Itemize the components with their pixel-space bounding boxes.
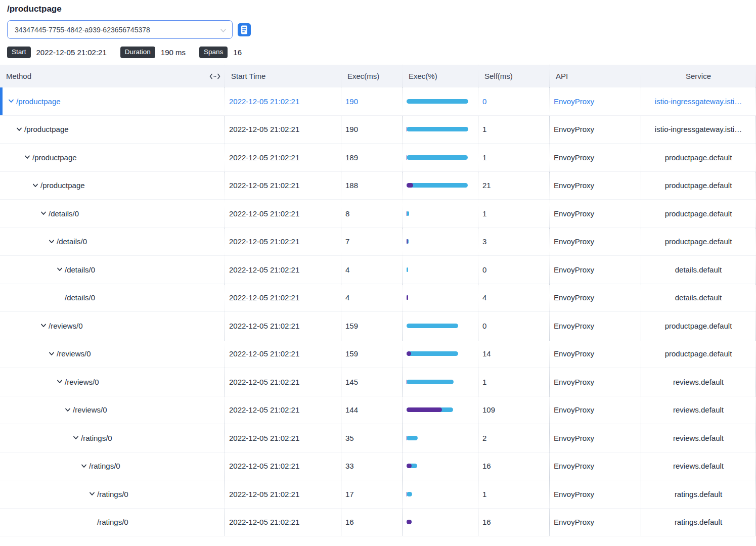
exec-ms-cell: 35 (341, 424, 403, 452)
exec-bar-total (407, 351, 458, 356)
method-label: /ratings/0 (97, 490, 128, 498)
table-row[interactable]: /ratings/0 2022-12-05 21:02:21 35 2 Envo… (0, 424, 756, 452)
self-ms-cell: 0 (478, 312, 550, 340)
service-cell: ratings.default (641, 480, 756, 508)
exec-bar (407, 324, 468, 328)
api-cell: EnvoyProxy (550, 228, 641, 256)
exec-pct-cell (403, 144, 478, 171)
method-cell: /reviews/0 (0, 312, 225, 340)
method-label: /ratings/0 (97, 518, 128, 526)
exec-bar (407, 492, 468, 496)
chevron-down-icon[interactable] (49, 351, 55, 357)
chevron-down-icon[interactable] (49, 239, 55, 245)
table-row[interactable]: /ratings/0 2022-12-05 21:02:21 33 16 Env… (0, 452, 756, 481)
exec-pct-cell (403, 452, 478, 480)
chevron-down-icon[interactable] (40, 323, 47, 329)
exec-bar-self (407, 407, 442, 412)
exec-bar-self (407, 520, 412, 524)
column-resize-icon[interactable] (209, 73, 220, 79)
table-row[interactable]: /details/0 2022-12-05 21:02:21 8 1 Envoy… (0, 200, 756, 228)
table-row[interactable]: /details/0 2022-12-05 21:02:21 7 3 Envoy… (0, 228, 756, 256)
start-time-cell: 2022-12-05 21:02:21 (225, 200, 341, 228)
start-time-cell: 2022-12-05 21:02:21 (225, 509, 341, 536)
exec-ms-cell: 159 (341, 312, 403, 340)
trace-detail-icon[interactable] (238, 23, 251, 36)
exec-ms-cell: 145 (341, 368, 403, 396)
column-header-start-time: Start Time (225, 65, 341, 87)
exec-ms-cell: 159 (341, 340, 403, 368)
chevron-down-icon[interactable] (73, 435, 79, 441)
exec-ms-cell: 144 (341, 396, 403, 424)
exec-ms-cell: 16 (341, 509, 403, 536)
exec-bar (407, 407, 468, 412)
table-row[interactable]: /reviews/0 2022-12-05 21:02:21 144 109 E… (0, 396, 756, 425)
chevron-down-icon[interactable] (8, 98, 14, 104)
exec-bar (407, 436, 468, 440)
exec-bar-total (407, 211, 409, 216)
chevron-down-icon[interactable] (24, 154, 30, 160)
exec-bar (407, 211, 468, 216)
table-row[interactable]: /reviews/0 2022-12-05 21:02:21 159 0 Env… (0, 312, 756, 340)
api-cell: EnvoyProxy (550, 340, 641, 368)
chevron-down-icon[interactable] (89, 491, 95, 497)
table-row[interactable]: /productpage 2022-12-05 21:02:21 189 1 E… (0, 144, 756, 172)
table-row[interactable]: /productpage 2022-12-05 21:02:21 190 1 E… (0, 116, 756, 144)
self-ms-cell: 1 (478, 116, 550, 144)
api-cell: EnvoyProxy (550, 368, 641, 396)
api-cell: EnvoyProxy (550, 87, 641, 115)
exec-bar-self (407, 492, 407, 496)
chevron-down-icon[interactable] (32, 183, 38, 189)
chevron-down-icon[interactable] (81, 463, 87, 469)
exec-bar (407, 99, 468, 104)
table-row[interactable]: /reviews/0 2022-12-05 21:02:21 145 1 Env… (0, 368, 756, 396)
column-header-api: API (550, 65, 641, 87)
method-label: /productpage (24, 125, 69, 133)
table-row[interactable]: /ratings/0 2022-12-05 21:02:21 16 16 Env… (0, 509, 756, 537)
chevron-down-icon[interactable] (40, 210, 47, 216)
exec-bar-total (407, 436, 418, 440)
stat-duration: Duration 190 ms (120, 47, 186, 58)
table-row[interactable]: /ratings/0 2022-12-05 21:02:21 17 1 Envo… (0, 480, 756, 509)
chevron-down-icon[interactable] (57, 379, 63, 385)
chevron-down-icon[interactable] (57, 266, 63, 272)
service-cell: reviews.default (641, 424, 756, 452)
table-row[interactable]: /reviews/0 2022-12-05 21:02:21 159 14 En… (0, 340, 756, 369)
service-cell: reviews.default (641, 396, 756, 424)
start-time-cell: 2022-12-05 21:02:21 (225, 396, 341, 424)
exec-ms-cell: 189 (341, 144, 403, 171)
exec-bar-total (407, 380, 454, 384)
table-row[interactable]: /details/0 2022-12-05 21:02:21 4 4 Envoy… (0, 284, 756, 312)
service-cell: details.default (641, 284, 756, 312)
self-ms-cell: 0 (478, 87, 550, 115)
chevron-down-icon[interactable] (65, 407, 71, 413)
start-time-cell: 2022-12-05 21:02:21 (225, 452, 341, 480)
method-label: /productpage (16, 97, 61, 106)
start-time-cell: 2022-12-05 21:02:21 (225, 284, 341, 312)
chevron-down-icon[interactable] (16, 126, 22, 132)
api-cell: EnvoyProxy (550, 172, 641, 200)
table-body: /productpage 2022-12-05 21:02:21 190 0 E… (0, 87, 756, 536)
exec-bar (407, 155, 468, 160)
self-ms-cell: 21 (478, 172, 550, 200)
self-ms-cell: 1 (478, 368, 550, 396)
column-header-exec-pct: Exec(%) (403, 65, 478, 87)
self-ms-cell: 109 (478, 396, 550, 424)
self-ms-cell: 14 (478, 340, 550, 368)
exec-ms-cell: 188 (341, 172, 403, 200)
method-label: /reviews/0 (49, 322, 83, 330)
exec-bar-self (407, 239, 408, 244)
service-cell: productpage.default (641, 172, 756, 200)
api-cell: EnvoyProxy (550, 424, 641, 452)
table-row[interactable]: /productpage 2022-12-05 21:02:21 188 21 … (0, 172, 756, 200)
exec-bar (407, 520, 468, 524)
table-header: Method Start Time Exec(ms) Exec(%) Self(… (0, 65, 756, 87)
table-row[interactable]: /details/0 2022-12-05 21:02:21 4 0 Envoy… (0, 256, 756, 284)
trace-id-select[interactable]: 34347445-7755-4842-a939-623656745378 (7, 20, 233, 39)
start-time-cell: 2022-12-05 21:02:21 (225, 312, 341, 340)
method-label: /details/0 (65, 293, 95, 302)
method-cell: /ratings/0 (0, 480, 225, 508)
exec-pct-cell (403, 312, 478, 340)
table-row[interactable]: /productpage 2022-12-05 21:02:21 190 0 E… (0, 87, 756, 116)
self-ms-cell: 2 (478, 424, 550, 452)
method-label: /productpage (40, 181, 85, 190)
